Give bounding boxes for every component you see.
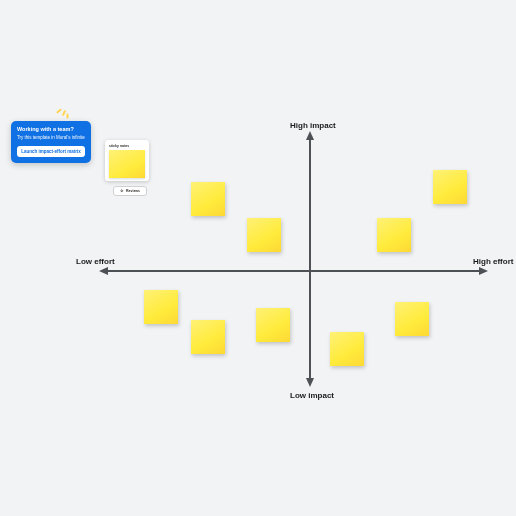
sticky-note[interactable] xyxy=(256,308,290,342)
sparkle-icon xyxy=(54,108,72,122)
axis-label-bottom: Low impact xyxy=(290,391,334,400)
reviews-label: Reviews xyxy=(126,189,140,193)
template-label: sticky notes xyxy=(109,144,145,148)
y-axis-line xyxy=(309,139,311,379)
sticky-note-icon xyxy=(109,150,145,178)
sticky-note[interactable] xyxy=(144,290,178,324)
axis-label-right: High effort xyxy=(473,257,513,266)
sticky-note[interactable] xyxy=(330,332,364,366)
sticky-note[interactable] xyxy=(191,182,225,216)
promo-panel: Working with a team? Try this template i… xyxy=(11,121,91,163)
sticky-note[interactable] xyxy=(433,170,467,204)
promo-subtitle: Try this template in Mural's infinite xyxy=(17,135,85,141)
axis-label-left: Low effort xyxy=(76,257,115,266)
launch-template-button[interactable]: Launch impact-effort matrix xyxy=(17,146,85,157)
reviews-button[interactable]: ☆ Reviews xyxy=(113,186,147,196)
x-axis-line xyxy=(107,270,480,272)
sticky-note[interactable] xyxy=(247,218,281,252)
axis-label-top: High impact xyxy=(290,121,336,130)
sticky-note[interactable] xyxy=(191,320,225,354)
impact-effort-canvas[interactable]: High impact Low impact Low effort High e… xyxy=(0,0,516,516)
sticky-note[interactable] xyxy=(377,218,411,252)
arrow-left-icon xyxy=(99,267,108,275)
star-icon: ☆ xyxy=(120,189,124,193)
arrow-up-icon xyxy=(306,131,314,140)
promo-title: Working with a team? xyxy=(17,126,85,132)
template-card[interactable]: sticky notes xyxy=(105,140,149,181)
arrow-right-icon xyxy=(479,267,488,275)
sticky-note[interactable] xyxy=(395,302,429,336)
arrow-down-icon xyxy=(306,378,314,387)
